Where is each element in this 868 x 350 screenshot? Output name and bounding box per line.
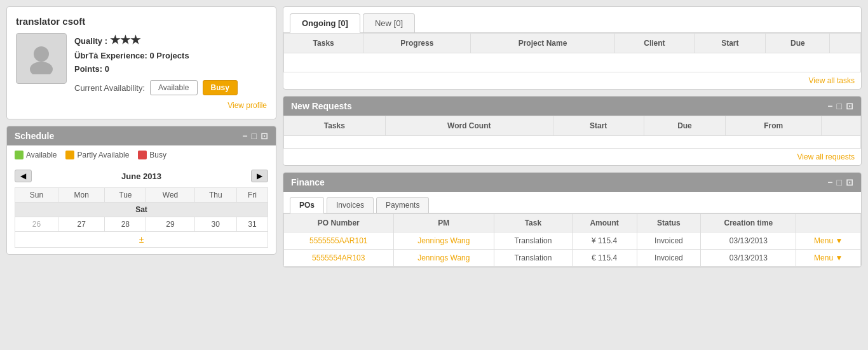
minimize-icon[interactable]: −: [242, 131, 247, 141]
view-all-requests-link[interactable]: View all requests: [797, 152, 855, 161]
next-month-button[interactable]: ▶: [251, 170, 268, 182]
finance-tabs-row: POs Invoices Payments: [283, 192, 861, 213]
fin-col-pm: PM: [393, 214, 494, 232]
schedule-title: Schedule: [15, 131, 54, 141]
req-col-actions: [821, 116, 860, 136]
new-requests-card: New Requests − □ ⊡ Tasks Word Count Star…: [283, 96, 862, 166]
finance-tab-payments[interactable]: Payments: [376, 197, 429, 213]
partly-label: Partly Available: [77, 151, 129, 159]
quality-label: Quality :: [74, 36, 107, 46]
cal-plus-button[interactable]: ±: [15, 232, 268, 248]
req-col-from: From: [726, 116, 822, 136]
view-profile-container: View profile: [16, 100, 267, 110]
col-progress: Progress: [363, 34, 471, 53]
sat-row: Sat: [15, 203, 268, 217]
tasks-table: Tasks Progress Project Name Client Start…: [283, 33, 861, 72]
busy-dot: [138, 151, 147, 159]
finance-minimize-icon[interactable]: −: [827, 177, 832, 187]
right-panel: Ongoing [0] New [0] Tasks Progress Proje…: [283, 0, 868, 350]
cal-day-30: 30: [194, 217, 236, 232]
finance-restore-icon[interactable]: □: [837, 177, 842, 187]
calendar: ◀ June 2013 ▶ Sun Mon Tue Wed Thu Fri: [7, 165, 276, 254]
status-1: Invoiced: [637, 232, 701, 250]
finance-table: PO Number PM Task Amount Status Creation…: [283, 213, 861, 267]
requests-minimize-icon[interactable]: −: [827, 101, 832, 111]
pm-2[interactable]: Jennings Wang: [393, 250, 494, 267]
fin-col-creation: Creation time: [701, 214, 796, 232]
cal-header-wed: Wed: [146, 188, 194, 203]
task-2: Translation: [494, 250, 573, 267]
amount-2: € 115.4: [572, 250, 637, 267]
busy-button[interactable]: Busy: [203, 80, 238, 95]
cal-header-mon: Mon: [58, 188, 105, 203]
menu-1[interactable]: Menu ▼: [796, 232, 861, 250]
finance-tab-pos[interactable]: POs: [290, 197, 324, 213]
profile-info: Quality : ★★★ ÜbrTà Experience: 0 Projec…: [74, 33, 267, 95]
col-tasks: Tasks: [284, 34, 363, 53]
requests-table: Tasks Word Count Start Due From: [283, 116, 861, 149]
schedule-header-icons: − □ ⊡: [242, 131, 268, 141]
svg-point-0: [34, 46, 49, 62]
amount-1: ¥ 115.4: [572, 232, 637, 250]
cal-header-thu: Thu: [194, 188, 236, 203]
requests-title: New Requests: [291, 101, 352, 111]
finance-maximize-icon[interactable]: ⊡: [846, 177, 853, 187]
view-all-tasks-row: View all tasks: [283, 72, 861, 89]
req-col-tasks: Tasks: [284, 116, 386, 136]
profile-body: Quality : ★★★ ÜbrTà Experience: 0 Projec…: [16, 33, 267, 95]
cal-day-26: 26: [15, 217, 58, 232]
restore-icon[interactable]: □: [252, 131, 257, 141]
requests-header: New Requests − □ ⊡: [283, 97, 861, 116]
table-row: 5555554AR103 Jennings Wang Translation €…: [284, 250, 861, 267]
requests-maximize-icon[interactable]: ⊡: [846, 101, 853, 111]
calendar-table: Sun Mon Tue Wed Thu Fri Sat 26 27: [15, 187, 268, 248]
col-start: Start: [695, 34, 766, 53]
po-number-1[interactable]: 5555555AAR101: [284, 232, 394, 250]
points-row: Points: 0: [74, 64, 267, 74]
quality-stars: ★★★: [110, 34, 140, 46]
experience-label: ÜbrTà Experience:: [74, 51, 147, 60]
col-client: Client: [614, 34, 695, 53]
requests-restore-icon[interactable]: □: [837, 101, 842, 111]
tab-new[interactable]: New [0]: [363, 13, 415, 32]
tab-ongoing[interactable]: Ongoing [0]: [290, 13, 360, 33]
partly-dot: [65, 151, 74, 159]
busy-label: Busy: [149, 151, 166, 159]
finance-title: Finance: [291, 177, 325, 187]
available-button[interactable]: Available: [150, 80, 197, 95]
col-project-name: Project Name: [471, 34, 614, 53]
tasks-tabs-row: Ongoing [0] New [0]: [283, 7, 861, 32]
tasks-empty-row: [284, 53, 861, 72]
cal-day-27: 27: [58, 217, 105, 232]
cal-header-sun: Sun: [15, 188, 58, 203]
fin-col-task: Task: [494, 214, 573, 232]
status-2: Invoiced: [637, 250, 701, 267]
menu-2[interactable]: Menu ▼: [796, 250, 861, 267]
view-profile-link[interactable]: View profile: [227, 101, 267, 110]
availability-row: Current Availability: Available Busy: [74, 80, 267, 95]
col-due: Due: [766, 34, 830, 53]
pm-1[interactable]: Jennings Wang: [393, 232, 494, 250]
legend-partly: Partly Available: [65, 151, 129, 159]
svg-point-1: [30, 62, 53, 74]
cal-day-31: 31: [236, 217, 268, 232]
points-value: 0: [105, 64, 109, 74]
finance-tab-invoices[interactable]: Invoices: [327, 197, 374, 213]
req-col-wordcount: Word Count: [385, 116, 553, 136]
prev-month-button[interactable]: ◀: [15, 170, 32, 182]
available-dot: [15, 151, 24, 159]
tasks-card: Ongoing [0] New [0] Tasks Progress Proje…: [283, 6, 862, 90]
task-1: Translation: [494, 232, 573, 250]
maximize-icon[interactable]: ⊡: [261, 131, 268, 141]
finance-header-icons: − □ ⊡: [827, 177, 853, 187]
po-number-2[interactable]: 5555554AR103: [284, 250, 394, 267]
req-col-due: Due: [644, 116, 726, 136]
view-all-tasks-link[interactable]: View all tasks: [809, 76, 855, 85]
cal-day-29: 29: [146, 217, 194, 232]
experience-value: 0 Projects: [150, 51, 189, 60]
req-col-start: Start: [553, 116, 644, 136]
col-actions: [830, 34, 861, 53]
schedule-card: Schedule − □ ⊡ Available Partly Availabl…: [6, 126, 276, 255]
creation-1: 03/13/2013: [701, 232, 796, 250]
availability-label: Current Availability:: [74, 83, 145, 93]
